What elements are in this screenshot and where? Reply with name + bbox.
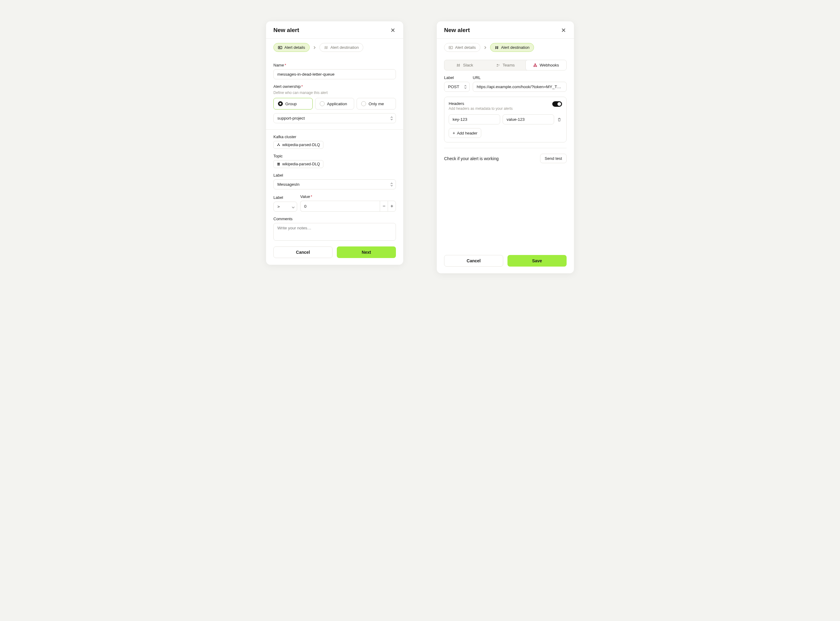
close-button[interactable] bbox=[561, 27, 567, 33]
metric-label: Label bbox=[273, 173, 396, 177]
cancel-button[interactable]: Cancel bbox=[444, 255, 503, 267]
details-icon bbox=[449, 45, 453, 50]
tab-label: Slack bbox=[463, 63, 473, 67]
save-button[interactable]: Save bbox=[508, 255, 567, 267]
ownership-option-group[interactable]: Group bbox=[273, 98, 313, 109]
svg-line-19 bbox=[457, 64, 458, 67]
svg-point-25 bbox=[535, 64, 535, 64]
ownership-option-label: Only me bbox=[369, 101, 384, 106]
operator-select[interactable] bbox=[273, 201, 297, 212]
headers-toggle[interactable] bbox=[552, 101, 562, 107]
value-input[interactable] bbox=[300, 201, 380, 212]
svg-line-4 bbox=[327, 46, 327, 49]
ownership-option-only-me[interactable]: Only me bbox=[357, 98, 396, 109]
webhook-icon bbox=[533, 63, 537, 67]
ownership-label: Alert ownership* bbox=[273, 84, 396, 89]
comments-textarea[interactable] bbox=[273, 223, 396, 241]
cluster-icon bbox=[277, 143, 280, 147]
hash-icon bbox=[495, 45, 499, 50]
header-key-input[interactable] bbox=[449, 114, 500, 124]
increment-button[interactable]: + bbox=[388, 201, 396, 212]
svg-rect-11 bbox=[277, 164, 280, 165]
tab-teams[interactable]: Teams bbox=[485, 60, 526, 70]
value-stepper: − + bbox=[300, 201, 396, 212]
name-input[interactable] bbox=[273, 69, 396, 79]
kafka-cluster-chip[interactable]: wikipedia-parsed-DLQ bbox=[273, 141, 323, 149]
operator-label: Label bbox=[273, 195, 297, 200]
breadcrumb-step-details[interactable]: Alert details bbox=[273, 43, 310, 52]
breadcrumb-label: Alert destination bbox=[330, 45, 359, 50]
alert-destination-card: New alert Alert details Alert destinatio… bbox=[437, 21, 574, 273]
alert-details-card: New alert Alert details Alert destinatio… bbox=[266, 21, 403, 265]
chevron-right-icon bbox=[483, 46, 487, 49]
ownership-option-application[interactable]: Application bbox=[315, 98, 355, 109]
svg-line-16 bbox=[497, 46, 498, 49]
headers-title: Headers bbox=[449, 101, 513, 106]
ownership-group-select[interactable] bbox=[273, 113, 396, 123]
comments-label: Comments bbox=[273, 217, 396, 221]
breadcrumb-label: Alert destination bbox=[501, 45, 529, 50]
add-header-label: Add header bbox=[457, 131, 477, 135]
tab-slack[interactable]: Slack bbox=[444, 60, 485, 70]
method-select[interactable] bbox=[444, 82, 470, 92]
delete-header-button[interactable] bbox=[556, 117, 562, 122]
topic-label: Topic bbox=[273, 154, 396, 158]
teams-icon bbox=[496, 63, 500, 67]
close-icon bbox=[391, 28, 395, 32]
header-row bbox=[449, 114, 562, 124]
svg-rect-10 bbox=[277, 163, 280, 164]
value-label: Value* bbox=[300, 194, 396, 199]
destination-tabs: Slack Teams Webhooks bbox=[444, 60, 567, 70]
svg-point-7 bbox=[278, 144, 279, 145]
send-test-button[interactable]: Send test bbox=[540, 154, 567, 163]
decrement-button[interactable]: − bbox=[380, 201, 388, 212]
hash-icon bbox=[324, 45, 328, 50]
svg-rect-12 bbox=[449, 46, 453, 49]
headers-help: Add headers as metadata to your alerts bbox=[449, 106, 513, 111]
svg-line-3 bbox=[325, 46, 325, 49]
ownership-option-label: Application bbox=[327, 101, 347, 106]
kafka-cluster-label: Kafka cluster bbox=[273, 135, 396, 139]
kafka-cluster-value: wikipedia-parsed-DLQ bbox=[282, 143, 320, 147]
breadcrumb-step-destination[interactable]: Alert destination bbox=[490, 43, 534, 52]
card-title: New alert bbox=[444, 27, 470, 33]
ownership-help: Define who can manage this alert bbox=[273, 91, 396, 95]
cancel-button[interactable]: Cancel bbox=[273, 247, 332, 258]
test-text: Check if your alert is working bbox=[444, 156, 499, 161]
close-icon bbox=[561, 28, 566, 32]
tab-label: Teams bbox=[503, 63, 515, 67]
tab-webhooks[interactable]: Webhooks bbox=[526, 60, 567, 70]
topic-value: wikipedia-parsed-DLQ bbox=[282, 162, 320, 166]
trash-icon bbox=[557, 117, 561, 122]
breadcrumb-label: Alert details bbox=[284, 45, 305, 50]
svg-line-20 bbox=[459, 64, 459, 67]
plus-icon: + bbox=[453, 130, 455, 135]
details-icon bbox=[278, 45, 282, 50]
breadcrumb: Alert details Alert destination bbox=[437, 39, 574, 56]
slack-icon bbox=[456, 63, 461, 67]
topic-chip[interactable]: wikipedia-parsed-DLQ bbox=[273, 160, 323, 168]
headers-panel: Headers Add headers as metadata to your … bbox=[444, 97, 567, 142]
add-header-button[interactable]: + Add header bbox=[449, 128, 481, 138]
tab-label: Webhooks bbox=[540, 63, 559, 67]
breadcrumb-step-details[interactable]: Alert details bbox=[444, 43, 480, 52]
breadcrumb-label: Alert details bbox=[455, 45, 476, 50]
metric-select[interactable] bbox=[273, 179, 396, 189]
card-title: New alert bbox=[273, 27, 299, 33]
chevron-right-icon bbox=[313, 46, 316, 49]
close-button[interactable] bbox=[390, 27, 396, 33]
svg-point-24 bbox=[499, 64, 500, 65]
webhook-label-label: Label bbox=[444, 75, 470, 80]
topic-icon bbox=[277, 162, 280, 166]
breadcrumb: Alert details Alert destination bbox=[266, 39, 403, 56]
breadcrumb-step-destination[interactable]: Alert destination bbox=[319, 43, 363, 52]
header-value-input[interactable] bbox=[503, 114, 554, 124]
svg-line-15 bbox=[496, 46, 496, 49]
svg-point-23 bbox=[497, 64, 498, 65]
next-button[interactable]: Next bbox=[337, 247, 396, 258]
svg-rect-0 bbox=[278, 46, 282, 49]
url-label: URL bbox=[473, 75, 567, 80]
url-input[interactable] bbox=[473, 82, 567, 92]
name-label: Name* bbox=[273, 63, 396, 67]
ownership-option-label: Group bbox=[285, 101, 297, 106]
